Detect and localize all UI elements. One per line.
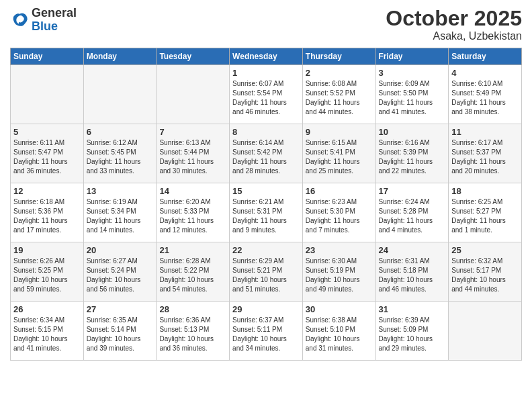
day-number: 25: [451, 245, 519, 255]
day-number: 20: [87, 245, 154, 255]
day-number: 2: [306, 68, 373, 78]
weekday-header-row: SundayMondayTuesdayWednesdayThursdayFrid…: [11, 48, 522, 65]
calendar-week-row: 1Sunrise: 6:07 AM Sunset: 5:54 PM Daylig…: [11, 65, 522, 124]
day-number: 30: [306, 304, 373, 314]
calendar-day-cell: 5Sunrise: 6:11 AM Sunset: 5:47 PM Daylig…: [11, 124, 84, 183]
weekday-header: Monday: [83, 48, 157, 65]
calendar-day-cell: 4Sunrise: 6:10 AM Sunset: 5:49 PM Daylig…: [449, 65, 522, 124]
day-number: 27: [87, 304, 154, 314]
calendar-day-cell: 30Sunrise: 6:38 AM Sunset: 5:10 PM Dayli…: [302, 302, 375, 361]
day-number: 16: [306, 186, 373, 196]
calendar-day-cell: 7Sunrise: 6:13 AM Sunset: 5:44 PM Daylig…: [157, 124, 230, 183]
logo-blue: Blue: [32, 20, 77, 34]
calendar-day-cell: 23Sunrise: 6:30 AM Sunset: 5:19 PM Dayli…: [302, 242, 375, 302]
day-number: 10: [379, 127, 446, 137]
day-info: Sunrise: 6:39 AM Sunset: 5:09 PM Dayligh…: [379, 316, 446, 353]
month-title: October 2025: [386, 7, 522, 30]
day-info: Sunrise: 6:28 AM Sunset: 5:22 PM Dayligh…: [159, 257, 226, 294]
day-info: Sunrise: 6:09 AM Sunset: 5:50 PM Dayligh…: [379, 79, 446, 117]
day-number: 1: [232, 68, 300, 78]
day-number: 9: [306, 127, 373, 137]
calendar-day-cell: 31Sunrise: 6:39 AM Sunset: 5:09 PM Dayli…: [375, 302, 449, 361]
logo-icon: [10, 11, 29, 30]
main-container: General Blue October 2025 Asaka, Uzbekis…: [0, 0, 532, 371]
day-number: 5: [13, 127, 81, 137]
calendar-day-cell: 24Sunrise: 6:31 AM Sunset: 5:18 PM Dayli…: [375, 242, 449, 302]
day-info: Sunrise: 6:17 AM Sunset: 5:37 PM Dayligh…: [451, 138, 519, 176]
day-number: 4: [451, 68, 519, 78]
day-number: 19: [13, 245, 81, 255]
day-number: 26: [13, 304, 81, 314]
calendar-day-cell: [11, 65, 84, 124]
calendar-week-row: 26Sunrise: 6:34 AM Sunset: 5:15 PM Dayli…: [11, 302, 522, 361]
calendar-day-cell: 27Sunrise: 6:35 AM Sunset: 5:14 PM Dayli…: [83, 302, 157, 361]
day-info: Sunrise: 6:25 AM Sunset: 5:27 PM Dayligh…: [451, 197, 519, 235]
day-info: Sunrise: 6:38 AM Sunset: 5:10 PM Dayligh…: [306, 316, 373, 353]
calendar-day-cell: 19Sunrise: 6:26 AM Sunset: 5:25 PM Dayli…: [11, 242, 84, 302]
calendar-week-row: 5Sunrise: 6:11 AM Sunset: 5:47 PM Daylig…: [11, 124, 522, 183]
day-number: 6: [87, 127, 154, 137]
calendar-day-cell: 3Sunrise: 6:09 AM Sunset: 5:50 PM Daylig…: [375, 65, 449, 124]
calendar-day-cell: 22Sunrise: 6:29 AM Sunset: 5:21 PM Dayli…: [230, 242, 303, 302]
day-info: Sunrise: 6:07 AM Sunset: 5:54 PM Dayligh…: [232, 79, 300, 117]
day-info: Sunrise: 6:21 AM Sunset: 5:31 PM Dayligh…: [232, 197, 300, 235]
day-info: Sunrise: 6:08 AM Sunset: 5:52 PM Dayligh…: [306, 79, 373, 117]
day-number: 11: [451, 127, 519, 137]
logo: General Blue: [10, 7, 77, 34]
weekday-header: Wednesday: [230, 48, 303, 65]
day-info: Sunrise: 6:32 AM Sunset: 5:17 PM Dayligh…: [451, 257, 519, 294]
weekday-header: Thursday: [302, 48, 375, 65]
calendar-day-cell: [449, 302, 522, 361]
day-number: 23: [306, 245, 373, 255]
calendar-day-cell: 2Sunrise: 6:08 AM Sunset: 5:52 PM Daylig…: [302, 65, 375, 124]
calendar-day-cell: 17Sunrise: 6:24 AM Sunset: 5:28 PM Dayli…: [375, 183, 449, 242]
title-block: October 2025 Asaka, Uzbekistan: [386, 7, 522, 42]
day-number: 28: [159, 304, 226, 314]
logo-general: General: [32, 7, 77, 20]
day-info: Sunrise: 6:20 AM Sunset: 5:33 PM Dayligh…: [159, 197, 226, 235]
calendar-day-cell: 16Sunrise: 6:23 AM Sunset: 5:30 PM Dayli…: [302, 183, 375, 242]
calendar-day-cell: 20Sunrise: 6:27 AM Sunset: 5:24 PM Dayli…: [83, 242, 157, 302]
day-info: Sunrise: 6:35 AM Sunset: 5:14 PM Dayligh…: [87, 316, 154, 353]
calendar-day-cell: 13Sunrise: 6:19 AM Sunset: 5:34 PM Dayli…: [83, 183, 157, 242]
day-info: Sunrise: 6:34 AM Sunset: 5:15 PM Dayligh…: [13, 316, 81, 353]
calendar-day-cell: 9Sunrise: 6:15 AM Sunset: 5:41 PM Daylig…: [302, 124, 375, 183]
calendar-table: SundayMondayTuesdayWednesdayThursdayFrid…: [10, 48, 522, 361]
day-number: 21: [159, 245, 226, 255]
day-info: Sunrise: 6:18 AM Sunset: 5:36 PM Dayligh…: [13, 197, 81, 235]
day-info: Sunrise: 6:15 AM Sunset: 5:41 PM Dayligh…: [306, 138, 373, 176]
calendar-day-cell: 26Sunrise: 6:34 AM Sunset: 5:15 PM Dayli…: [11, 302, 84, 361]
day-number: 3: [379, 68, 446, 78]
weekday-header: Sunday: [11, 48, 84, 65]
day-info: Sunrise: 6:23 AM Sunset: 5:30 PM Dayligh…: [306, 197, 373, 235]
day-number: 14: [159, 186, 226, 196]
calendar-day-cell: 10Sunrise: 6:16 AM Sunset: 5:39 PM Dayli…: [375, 124, 449, 183]
calendar-day-cell: 8Sunrise: 6:14 AM Sunset: 5:42 PM Daylig…: [230, 124, 303, 183]
day-number: 8: [232, 127, 300, 137]
day-info: Sunrise: 6:26 AM Sunset: 5:25 PM Dayligh…: [13, 257, 81, 294]
day-info: Sunrise: 6:19 AM Sunset: 5:34 PM Dayligh…: [87, 197, 154, 235]
calendar-week-row: 12Sunrise: 6:18 AM Sunset: 5:36 PM Dayli…: [11, 183, 522, 242]
calendar-day-cell: [83, 65, 157, 124]
day-info: Sunrise: 6:12 AM Sunset: 5:45 PM Dayligh…: [87, 138, 154, 176]
weekday-header: Saturday: [449, 48, 522, 65]
day-info: Sunrise: 6:14 AM Sunset: 5:42 PM Dayligh…: [232, 138, 300, 176]
calendar-day-cell: 11Sunrise: 6:17 AM Sunset: 5:37 PM Dayli…: [449, 124, 522, 183]
calendar-day-cell: 25Sunrise: 6:32 AM Sunset: 5:17 PM Dayli…: [449, 242, 522, 302]
calendar-day-cell: 29Sunrise: 6:37 AM Sunset: 5:11 PM Dayli…: [230, 302, 303, 361]
day-info: Sunrise: 6:37 AM Sunset: 5:11 PM Dayligh…: [232, 316, 300, 353]
day-number: 31: [379, 304, 446, 314]
day-number: 18: [451, 186, 519, 196]
logo-text: General Blue: [32, 7, 77, 34]
calendar-day-cell: 6Sunrise: 6:12 AM Sunset: 5:45 PM Daylig…: [83, 124, 157, 183]
day-info: Sunrise: 6:10 AM Sunset: 5:49 PM Dayligh…: [451, 79, 519, 117]
day-number: 15: [232, 186, 300, 196]
day-info: Sunrise: 6:36 AM Sunset: 5:13 PM Dayligh…: [159, 316, 226, 353]
calendar-day-cell: 28Sunrise: 6:36 AM Sunset: 5:13 PM Dayli…: [157, 302, 230, 361]
day-info: Sunrise: 6:13 AM Sunset: 5:44 PM Dayligh…: [159, 138, 226, 176]
day-info: Sunrise: 6:11 AM Sunset: 5:47 PM Dayligh…: [13, 138, 81, 176]
calendar-day-cell: 1Sunrise: 6:07 AM Sunset: 5:54 PM Daylig…: [230, 65, 303, 124]
day-info: Sunrise: 6:24 AM Sunset: 5:28 PM Dayligh…: [379, 197, 446, 235]
calendar-week-row: 19Sunrise: 6:26 AM Sunset: 5:25 PM Dayli…: [11, 242, 522, 302]
day-number: 7: [159, 127, 226, 137]
